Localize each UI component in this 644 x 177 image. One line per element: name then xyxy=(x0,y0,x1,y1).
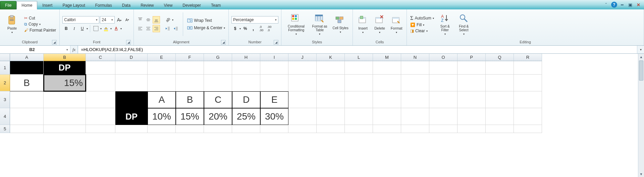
cell-E2[interactable] xyxy=(148,75,176,91)
fx-icon[interactable]: fx xyxy=(72,47,75,52)
cell-C1[interactable] xyxy=(86,61,115,75)
number-format-combo[interactable]: Percentage▾ xyxy=(231,16,278,24)
row-header-4[interactable]: 4 xyxy=(0,108,10,125)
formula-bar-expand-icon[interactable]: ▾ xyxy=(637,46,644,53)
cell-D3[interactable] xyxy=(115,91,148,108)
cell-F1[interactable] xyxy=(176,61,204,75)
cell-J4[interactable] xyxy=(288,108,317,125)
cell-O2[interactable] xyxy=(429,75,458,91)
cell-F3[interactable]: B xyxy=(176,91,204,108)
percent-button[interactable]: % xyxy=(241,25,249,32)
align-right-icon[interactable] xyxy=(153,25,160,32)
cell-F4[interactable]: 15% xyxy=(176,108,204,125)
cell-I5[interactable] xyxy=(260,125,288,133)
fill-button[interactable]: 🔽Fill▾ xyxy=(410,22,435,28)
cell-N1[interactable] xyxy=(401,61,429,75)
number-dialog-launcher[interactable]: ◢ xyxy=(274,40,278,45)
ribbon-minimize-icon[interactable]: ˆ xyxy=(603,2,609,8)
column-header-C[interactable]: C xyxy=(86,54,115,61)
cell-E4[interactable]: 10% xyxy=(148,108,176,125)
decrease-font-icon[interactable]: A▾ xyxy=(123,16,131,24)
fill-color-button[interactable] xyxy=(102,25,110,32)
format-cells-button[interactable]: Format▾ xyxy=(389,14,404,35)
cell-D5[interactable] xyxy=(115,125,148,133)
font-color-button[interactable]: A xyxy=(112,25,120,32)
cell-L2[interactable] xyxy=(345,75,373,91)
cell-D2[interactable] xyxy=(115,75,148,91)
cell-O5[interactable] xyxy=(429,125,458,133)
align-top-icon[interactable] xyxy=(137,16,144,24)
cell-N5[interactable] xyxy=(401,125,429,133)
cell-R1[interactable] xyxy=(514,61,542,75)
column-header-N[interactable]: N xyxy=(401,54,429,61)
cell-G5[interactable] xyxy=(204,125,232,133)
cell-K5[interactable] xyxy=(317,125,345,133)
column-header-G[interactable]: G xyxy=(204,54,232,61)
cell-R4[interactable] xyxy=(514,108,542,125)
cell-P4[interactable] xyxy=(458,108,486,125)
cell-L3[interactable] xyxy=(345,91,373,108)
cell-B3[interactable] xyxy=(44,91,86,108)
column-header-B[interactable]: B xyxy=(44,54,86,61)
bold-button[interactable]: B xyxy=(62,25,70,32)
cell-N4[interactable] xyxy=(401,108,429,125)
cell-styles-button[interactable]: Cell Styles▾ xyxy=(331,14,350,34)
cell-I4[interactable]: 30% xyxy=(260,108,288,125)
cell-D4[interactable]: DP xyxy=(115,108,148,125)
column-header-R[interactable]: R xyxy=(514,54,542,61)
cell-B5[interactable] xyxy=(44,125,86,133)
format-painter-button[interactable]: 🖌Format Painter xyxy=(23,28,57,33)
cell-K3[interactable] xyxy=(317,91,345,108)
column-header-M[interactable]: M xyxy=(373,54,401,61)
column-header-P[interactable]: P xyxy=(458,54,486,61)
copy-button[interactable]: ⧉Copy▾ xyxy=(23,21,57,27)
cell-F2[interactable] xyxy=(176,75,204,91)
cell-C4[interactable] xyxy=(86,108,115,125)
tab-review[interactable]: Review xyxy=(136,1,159,9)
column-header-I[interactable]: I xyxy=(260,54,288,61)
column-header-F[interactable]: F xyxy=(176,54,204,61)
cell-M5[interactable] xyxy=(373,125,401,133)
close-icon[interactable]: ✕ xyxy=(635,2,641,8)
cell-E5[interactable] xyxy=(148,125,176,133)
formula-input[interactable] xyxy=(78,46,637,53)
align-bottom-icon[interactable] xyxy=(153,16,160,24)
align-middle-icon[interactable] xyxy=(145,16,152,24)
cell-R2[interactable] xyxy=(514,75,542,91)
cell-J1[interactable] xyxy=(288,61,317,75)
cell-E3[interactable]: A xyxy=(148,91,176,108)
cell-M4[interactable] xyxy=(373,108,401,125)
cell-L1[interactable] xyxy=(345,61,373,75)
cell-A4[interactable] xyxy=(10,108,44,125)
cell-A5[interactable] xyxy=(10,125,44,133)
sort-filter-button[interactable]: AZ Sort & Filter▾ xyxy=(437,12,453,36)
decrease-indent-icon[interactable] xyxy=(164,25,171,32)
tab-home[interactable]: Home xyxy=(16,1,37,9)
underline-button[interactable]: U xyxy=(78,25,86,32)
spreadsheet-grid[interactable]: ABCDEFGHIJKLMNOPQR 12345 DPB15%ABCDEDP10… xyxy=(0,54,638,177)
cell-P5[interactable] xyxy=(458,125,486,133)
cell-N3[interactable] xyxy=(401,91,429,108)
cell-M1[interactable] xyxy=(373,61,401,75)
merge-center-button[interactable]: Merge & Center▾ xyxy=(186,25,226,31)
cell-J3[interactable] xyxy=(288,91,317,108)
clipboard-dialog-launcher[interactable]: ◢ xyxy=(52,40,57,45)
cell-K2[interactable] xyxy=(317,75,345,91)
cell-A2[interactable]: B xyxy=(10,75,44,91)
cell-B4[interactable] xyxy=(44,108,86,125)
autosum-button[interactable]: ΣAutoSum▾ xyxy=(410,15,435,21)
minimize-icon[interactable]: ━ xyxy=(619,2,625,8)
row-header-1[interactable]: 1 xyxy=(0,61,10,75)
cell-O4[interactable] xyxy=(429,108,458,125)
column-header-L[interactable]: L xyxy=(345,54,373,61)
cell-B1[interactable]: DP xyxy=(44,61,86,75)
cell-P1[interactable] xyxy=(458,61,486,75)
tab-developer[interactable]: Developer xyxy=(177,1,206,9)
format-as-table-button[interactable]: Format as Table▾ xyxy=(310,12,329,36)
font-size-combo[interactable]: 24▾ xyxy=(100,16,115,24)
increase-indent-icon[interactable] xyxy=(172,25,179,32)
vertical-scrollbar[interactable]: ▲ ▼ xyxy=(638,54,644,177)
currency-button[interactable]: $ xyxy=(231,25,239,32)
cut-button[interactable]: ✂Cut xyxy=(23,15,57,21)
tab-team[interactable]: Team xyxy=(206,1,226,9)
